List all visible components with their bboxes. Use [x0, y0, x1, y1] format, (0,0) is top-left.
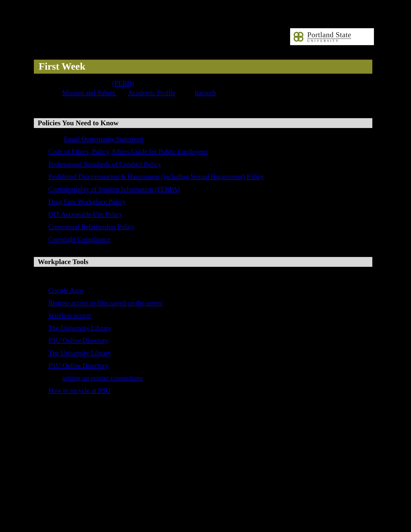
tools-lead: Learn about PSU's online tools & service…: [34, 272, 372, 279]
policy-item: Read Equal Opportunity Statement: [48, 133, 372, 145]
tool-item-link[interactable]: PSU Online Directory: [48, 337, 108, 344]
intro-text: . Visit: [177, 89, 195, 96]
section-banner-first-week: First Week: [34, 60, 372, 74]
policy-item-link[interactable]: Consensual Relationship Policy: [48, 223, 134, 230]
tool-item-pre: Find: [48, 374, 63, 382]
intro-text: and: [117, 89, 128, 96]
policy-item: Code of Ethics, Policy, Ethics Guide for…: [48, 145, 372, 158]
pebb-link[interactable]: (PEBB): [112, 79, 134, 87]
policies-list: Read Equal Opportunity StatementCode of …: [34, 133, 372, 246]
tool-item-link[interactable]: Wireless access: [48, 312, 91, 319]
academic-profile-link[interactable]: Academic Profile: [128, 89, 175, 96]
policy-item: Confidentiality of Student Information (…: [48, 183, 372, 196]
policy-item: Prohibited Discrimination & Harassment (…: [48, 171, 372, 183]
policy-item: Professional Standards of Conduct Policy: [48, 158, 372, 171]
policy-item: Drug Free Workplace Policy: [48, 196, 372, 208]
mission-values-link[interactable]: Mission and Values: [62, 89, 117, 96]
tool-item: PSU Online Directory: [48, 334, 372, 347]
subheading-policies: Policies You Need to Know: [34, 118, 372, 128]
tool-item-link[interactable]: The University Library: [48, 349, 111, 357]
tool-item-link[interactable]: The University Library: [48, 324, 111, 332]
tool-item: Find setting up printer connections: [48, 372, 372, 384]
tool-item: Google Apps: [48, 284, 372, 297]
banweb-link[interactable]: banweb: [195, 89, 216, 96]
tool-item-link[interactable]: How to recycle at PSU: [48, 387, 110, 394]
tool-item: PSU Online Directory: [48, 359, 372, 372]
policy-item-link[interactable]: Code of Ethics, Policy, Ethics Guide for…: [48, 148, 208, 155]
policy-item-link[interactable]: Copyright Compliance: [48, 236, 110, 243]
tool-item: The University Library: [48, 347, 372, 359]
tool-item-link[interactable]: Remote access to files saved on the serv…: [48, 299, 162, 306]
tool-item-link[interactable]: PSU Online Directory: [48, 362, 108, 369]
subheading-tools: Workplace Tools: [34, 257, 372, 267]
policy-item-link[interactable]: Prohibited Discrimination & Harassment (…: [48, 173, 264, 180]
tool-item: How to recycle at PSU: [48, 384, 372, 397]
tool-item: The University Library: [48, 322, 372, 334]
policy-item: Copyright Compliance: [48, 233, 372, 246]
intro-text: Remember to enroll in your: [36, 79, 112, 87]
tool-item: Wireless access: [48, 309, 372, 322]
policy-item-link[interactable]: Drug Free Workplace Policy: [48, 198, 126, 205]
tool-item-link[interactable]: setting up printer connections: [63, 374, 143, 382]
policy-item-link[interactable]: OIT Acceptable Use Policy: [48, 210, 122, 218]
banner-title: First Week: [39, 61, 367, 72]
policy-item-link[interactable]: Confidentiality of Student Information (…: [48, 185, 180, 193]
intro-paragraph: Remember to enroll in your (PEBB) benefi…: [34, 78, 372, 107]
tool-item-link[interactable]: Google Apps: [48, 287, 84, 294]
policy-item: OIT Acceptable Use Policy: [48, 208, 372, 221]
policy-item-link[interactable]: Professional Standards of Conduct Policy: [48, 161, 161, 168]
policy-item: Consensual Relationship Policy: [48, 220, 372, 233]
tools-list: Google Apps Remote access to files saved…: [34, 284, 372, 397]
policy-item-link[interactable]: Equal Opportunity Statement: [64, 135, 143, 143]
tool-item: Remote access to files saved on the serv…: [48, 297, 372, 309]
policy-item-pre: Read: [48, 135, 64, 143]
